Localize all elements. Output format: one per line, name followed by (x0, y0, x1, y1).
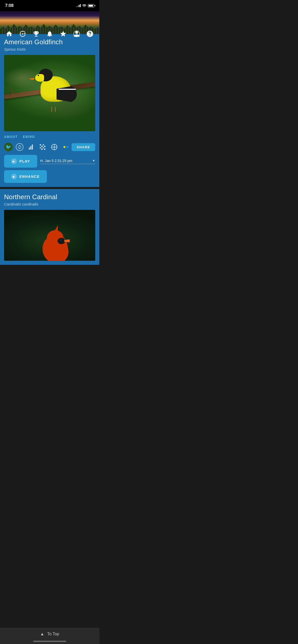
merlin-bird-icon[interactable] (4, 143, 13, 151)
enhance-button[interactable]: ▶ ENHANCE (4, 170, 47, 183)
hero-section (0, 11, 99, 34)
goldfinch-leg-2 (55, 107, 56, 112)
refresh-icon[interactable] (16, 143, 23, 151)
enhance-label: ENHANCE (19, 174, 40, 179)
play-icon: ▶ (11, 158, 17, 164)
goldfinch-beak (30, 78, 34, 80)
goldfinch-face (35, 74, 44, 82)
bird-card-goldfinch: American Goldfinch Spinus tristis ABOUT … (0, 34, 99, 187)
nav-trophy[interactable] (33, 30, 40, 37)
wifi-icon (82, 4, 86, 8)
cardinal-illustration (4, 210, 95, 261)
cardinal-eye (60, 239, 62, 241)
nav-profile[interactable] (73, 30, 80, 37)
bird-latin-name: Spinus tristis (4, 47, 95, 51)
battery-icon (88, 4, 94, 7)
bird-photo-goldfinch[interactable] (4, 55, 95, 131)
chart-icon[interactable] (26, 143, 35, 151)
navigation-bar (0, 22, 99, 45)
goldfinch-illustration (4, 55, 95, 131)
checkerboard-icon[interactable] (38, 143, 47, 151)
play-row: ▶ PLAY H. Jan 5 2:31:25 pm ▼ (4, 155, 95, 168)
cardinal-mask (58, 238, 65, 244)
enhance-play-icon: ▶ (11, 174, 17, 179)
tab-ebird[interactable]: EBIRD (23, 135, 35, 140)
status-icons (76, 4, 94, 8)
play-label: PLAY (19, 159, 30, 163)
icon-toolbar: SHARE (4, 143, 95, 151)
tab-row: ABOUT EBIRD (4, 135, 95, 140)
bird-photo-cardinal[interactable] (4, 210, 95, 261)
globe-icon[interactable] (50, 143, 59, 151)
status-time: 7:08 (5, 3, 13, 8)
play-button[interactable]: ▶ PLAY (4, 155, 37, 168)
signal-icon (76, 4, 81, 7)
chart-bars (29, 144, 33, 150)
goldfinch-leg-1 (51, 107, 52, 112)
tab-about[interactable]: ABOUT (4, 135, 18, 140)
dropdown-arrow-icon: ▼ (92, 159, 95, 163)
recording-selector[interactable]: H. Jan 5 2:31:25 pm ▼ (40, 159, 95, 164)
share-button[interactable]: SHARE (72, 143, 95, 151)
checker-grid (40, 144, 45, 150)
action-row: ▶ PLAY H. Jan 5 2:31:25 pm ▼ ▶ ENHANCE (4, 155, 95, 183)
recording-label: H. Jan 5 2:31:25 pm (40, 159, 72, 163)
nav-help[interactable] (86, 30, 93, 37)
nav-notifications[interactable] (46, 30, 53, 37)
nav-favorites[interactable] (60, 30, 67, 37)
media-dots-icon[interactable] (62, 143, 70, 151)
dots-visual (63, 146, 69, 148)
status-bar: 7:08 (0, 0, 99, 11)
nav-explore[interactable] (19, 30, 26, 37)
bird2-common-name: Northern Cardinal (4, 193, 95, 201)
goldfinch-wing (57, 85, 77, 103)
bird2-latin-name: Cardinalis cardinalis (4, 202, 95, 206)
globe-visual (51, 144, 57, 150)
bird-card-cardinal: Northern Cardinal Cardinalis cardinalis (0, 189, 99, 265)
main-content: American Goldfinch Spinus tristis ABOUT … (0, 34, 99, 285)
tool-icons (4, 143, 70, 151)
nav-home[interactable] (6, 30, 13, 37)
